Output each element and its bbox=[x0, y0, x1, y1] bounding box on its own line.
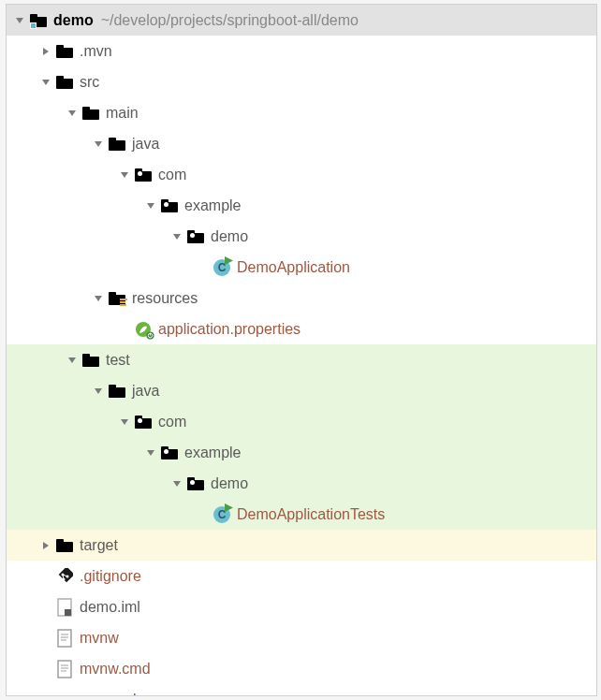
chevron-down-icon[interactable] bbox=[65, 353, 80, 368]
node-label: target bbox=[80, 537, 118, 554]
package-icon bbox=[134, 413, 153, 431]
tree-node-app-properties[interactable]: application.properties bbox=[7, 314, 596, 344]
chevron-down-icon[interactable] bbox=[38, 75, 53, 90]
text-file-icon bbox=[55, 629, 74, 648]
tree-node-root[interactable]: demo ~/develop/projects/springboot-all/d… bbox=[7, 5, 596, 36]
package-icon bbox=[186, 227, 205, 246]
node-label: DemoApplicationTests bbox=[237, 506, 385, 523]
tree-node-java-main[interactable]: java bbox=[7, 128, 596, 159]
chevron-down-icon[interactable] bbox=[169, 229, 184, 244]
chevron-down-icon[interactable] bbox=[143, 198, 158, 213]
node-label: test bbox=[106, 352, 130, 369]
git-icon bbox=[55, 567, 74, 586]
tree-node-mvnw[interactable]: mvnw bbox=[7, 622, 596, 653]
maven-icon bbox=[55, 691, 74, 697]
node-label: example bbox=[184, 445, 241, 461]
iml-file-icon bbox=[55, 598, 74, 617]
resources-folder-icon bbox=[108, 289, 126, 308]
node-label: src bbox=[80, 74, 99, 91]
chevron-down-icon[interactable] bbox=[91, 384, 106, 399]
tree-node-demo-application[interactable]: DemoApplication bbox=[7, 252, 596, 283]
node-label: demo.iml bbox=[80, 599, 140, 616]
tree-node-src[interactable]: src bbox=[7, 66, 596, 97]
excluded-folder-icon bbox=[55, 536, 74, 555]
node-label: .mvn bbox=[80, 43, 112, 60]
tree-node-mvn[interactable]: .mvn bbox=[7, 36, 596, 66]
chevron-right-icon[interactable] bbox=[38, 538, 53, 553]
chevron-down-icon[interactable] bbox=[12, 13, 27, 28]
folder-icon bbox=[55, 42, 74, 61]
node-label: resources bbox=[132, 290, 198, 307]
project-tree[interactable]: demo ~/develop/projects/springboot-all/d… bbox=[6, 4, 597, 696]
tree-node-demo-pkg-main[interactable]: demo bbox=[7, 221, 596, 252]
node-label: com bbox=[158, 167, 186, 183]
node-label: application.properties bbox=[158, 321, 300, 338]
tree-node-demo-pkg-test[interactable]: demo bbox=[7, 468, 596, 499]
tree-node-test[interactable]: test bbox=[7, 344, 596, 375]
node-label: demo bbox=[53, 12, 94, 29]
java-class-runnable-icon bbox=[213, 505, 231, 524]
chevron-down-icon[interactable] bbox=[117, 168, 132, 182]
chevron-down-icon[interactable] bbox=[65, 106, 80, 121]
module-folder-icon bbox=[29, 11, 48, 30]
tree-node-demo-iml[interactable]: demo.iml bbox=[7, 591, 596, 622]
test-source-folder-icon bbox=[108, 382, 126, 401]
chevron-right-icon[interactable] bbox=[38, 44, 53, 59]
java-class-runnable-icon bbox=[213, 258, 231, 277]
node-label: mvnw.cmd bbox=[80, 661, 151, 678]
node-label: com bbox=[158, 414, 186, 430]
node-path: ~/develop/projects/springboot-all/demo bbox=[101, 12, 359, 29]
folder-icon bbox=[55, 73, 74, 92]
tree-node-com-main[interactable]: com bbox=[7, 159, 596, 190]
chevron-down-icon[interactable] bbox=[91, 291, 106, 306]
source-folder-icon bbox=[108, 135, 126, 153]
chevron-down-icon[interactable] bbox=[143, 445, 158, 460]
tree-node-com-test[interactable]: com bbox=[7, 406, 596, 437]
package-icon bbox=[134, 166, 153, 184]
node-label: mvnw bbox=[80, 630, 119, 647]
tree-node-gitignore[interactable]: .gitignore bbox=[7, 561, 596, 591]
chevron-down-icon[interactable] bbox=[117, 415, 132, 430]
text-file-icon bbox=[55, 660, 74, 678]
node-label: demo bbox=[211, 228, 248, 245]
tree-node-demo-application-tests[interactable]: DemoApplicationTests bbox=[7, 499, 596, 530]
tree-node-pom[interactable]: pom.xml bbox=[7, 684, 596, 696]
folder-icon bbox=[81, 104, 100, 123]
node-label: .gitignore bbox=[80, 568, 141, 585]
tree-node-mvnw-cmd[interactable]: mvnw.cmd bbox=[7, 653, 596, 684]
node-label: java bbox=[132, 383, 159, 400]
node-label: pom.xml bbox=[80, 692, 136, 697]
node-label: DemoApplication bbox=[237, 259, 350, 276]
tree-node-target[interactable]: target bbox=[7, 530, 596, 561]
package-icon bbox=[160, 197, 179, 215]
tree-node-main[interactable]: main bbox=[7, 97, 596, 128]
chevron-down-icon[interactable] bbox=[169, 476, 184, 491]
node-label: example bbox=[184, 197, 241, 214]
tree-node-example-test[interactable]: example bbox=[7, 437, 596, 468]
package-icon bbox=[160, 444, 179, 462]
chevron-down-icon[interactable] bbox=[91, 137, 106, 152]
tree-node-example-main[interactable]: example bbox=[7, 190, 596, 221]
tree-node-java-test[interactable]: java bbox=[7, 375, 596, 406]
node-label: demo bbox=[211, 475, 248, 492]
node-label: main bbox=[106, 105, 139, 122]
spring-config-icon bbox=[134, 320, 153, 339]
folder-icon bbox=[81, 351, 100, 370]
package-icon bbox=[186, 474, 205, 493]
tree-node-resources[interactable]: resources bbox=[7, 283, 596, 314]
node-label: java bbox=[132, 136, 159, 153]
